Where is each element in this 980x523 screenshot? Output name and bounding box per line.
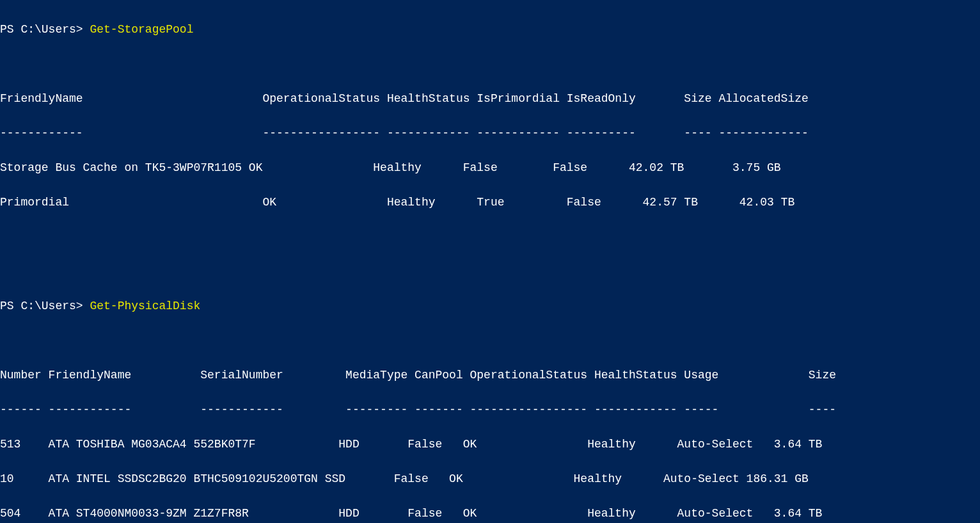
table-row: Primordial OK Healthy True False 42.57 T… bbox=[0, 194, 980, 211]
blank-line bbox=[0, 263, 980, 280]
physicaldisk-header: Number FriendlyName SerialNumber MediaTy… bbox=[0, 367, 980, 384]
command-2: Get-PhysicalDisk bbox=[90, 300, 200, 312]
storagepool-separator: ------------ ----------------- ---------… bbox=[0, 125, 980, 142]
prompt-line-2: PS C:\Users> Get-PhysicalDisk bbox=[0, 298, 980, 315]
table-row: 504 ATA ST4000NM0033-9ZM Z1Z7FR8R HDD Fa… bbox=[0, 505, 980, 522]
table-row: 10 ATA INTEL SSDSC2BG20 BTHC509102U5200T… bbox=[0, 471, 980, 488]
physicaldisk-separator: ------ ------------ ------------ -------… bbox=[0, 401, 980, 419]
ps-prompt: PS C:\Users> bbox=[0, 300, 90, 312]
command-1: Get-StoragePool bbox=[90, 23, 193, 36]
ps-prompt: PS C:\Users> bbox=[0, 23, 90, 36]
blank-line bbox=[0, 229, 980, 246]
powershell-terminal[interactable]: PS C:\Users> Get-StoragePool FriendlyNam… bbox=[0, 0, 980, 523]
storagepool-header: FriendlyName OperationalStatus HealthSta… bbox=[0, 90, 980, 108]
blank-line bbox=[0, 332, 980, 350]
blank-line bbox=[0, 56, 980, 73]
table-row: 513 ATA TOSHIBA MG03ACA4 552BK0T7F HDD F… bbox=[0, 436, 980, 453]
prompt-line-1: PS C:\Users> Get-StoragePool bbox=[0, 21, 980, 38]
table-row: Storage Bus Cache on TK5-3WP07R1105 OK H… bbox=[0, 159, 980, 177]
